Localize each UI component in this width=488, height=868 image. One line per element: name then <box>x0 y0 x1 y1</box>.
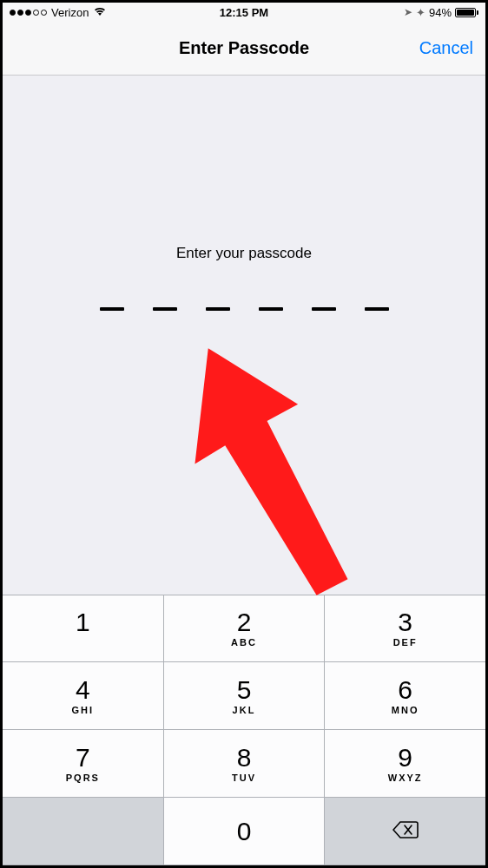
keypad-letters: DEF <box>393 637 418 648</box>
passcode-dash <box>153 307 177 311</box>
key-5[interactable]: 5JKL <box>164 662 326 730</box>
status-bar: Verizon 12:15 PM ➤ ✦ 94% <box>3 3 485 22</box>
key-7[interactable]: 7PQRS <box>3 730 164 798</box>
key-8[interactable]: 8TUV <box>164 730 326 798</box>
svg-marker-0 <box>194 326 359 619</box>
key-2[interactable]: 2ABC <box>164 595 326 662</box>
passcode-prompt: Enter your passcode <box>176 245 312 262</box>
backspace-icon <box>392 820 419 843</box>
keypad-digit: 1 <box>76 609 90 635</box>
keypad-digit: 3 <box>398 609 412 635</box>
location-icon: ➤ <box>404 6 412 18</box>
passcode-dash <box>259 307 283 311</box>
passcode-dash <box>206 307 230 311</box>
key-0[interactable]: 0 <box>164 798 326 865</box>
carrier-label: Verizon <box>51 6 89 19</box>
keypad-digit: 4 <box>76 677 90 703</box>
key-3[interactable]: 3DEF <box>325 595 485 662</box>
key-6[interactable]: 6MNO <box>325 662 485 730</box>
passcode-dash <box>100 307 124 311</box>
keypad-letters: PQRS <box>66 773 100 783</box>
passcode-dash <box>312 307 336 311</box>
cancel-button[interactable]: Cancel <box>419 38 473 58</box>
bluetooth-icon: ✦ <box>416 6 425 19</box>
keypad-digit: 2 <box>237 609 252 635</box>
backspace-button[interactable] <box>325 798 485 865</box>
keypad-digit: 0 <box>237 819 252 845</box>
keypad-digit: 9 <box>398 745 412 771</box>
page-title: Enter Passcode <box>179 38 309 58</box>
keypad-letters: JKL <box>233 705 256 715</box>
battery-icon <box>455 8 478 17</box>
passcode-dashes <box>100 307 389 311</box>
status-right: ➤ ✦ 94% <box>404 6 478 19</box>
key-1[interactable]: 1 <box>3 595 164 662</box>
number-keypad: 1 2ABC 3DEF 4GHI 5JKL 6MNO 7PQRS 8TUV 9W… <box>3 595 485 865</box>
keypad-letters: TUV <box>232 773 256 783</box>
status-time: 12:15 PM <box>220 6 268 19</box>
keypad-letters: GHI <box>72 705 95 715</box>
battery-percent: 94% <box>429 6 452 19</box>
key-9[interactable]: 9WXYZ <box>325 730 485 798</box>
keypad-letters: MNO <box>392 705 419 715</box>
annotation-arrow-icon <box>194 324 359 622</box>
keypad-digit: 5 <box>237 677 252 703</box>
passcode-dash <box>365 307 389 311</box>
keypad-letters: WXYZ <box>388 773 423 783</box>
signal-dots-icon <box>10 10 47 16</box>
keypad-digit: 8 <box>237 745 252 771</box>
keypad-letters: ABC <box>231 637 257 648</box>
keypad-digit: 6 <box>398 677 412 703</box>
navigation-bar: Enter Passcode Cancel <box>3 22 485 76</box>
key-4[interactable]: 4GHI <box>3 662 164 730</box>
status-left: Verizon <box>10 6 107 19</box>
content-area: Enter your passcode <box>3 76 485 311</box>
keypad-digit: 7 <box>76 745 90 771</box>
key-blank <box>3 798 164 865</box>
wifi-icon <box>93 6 107 19</box>
